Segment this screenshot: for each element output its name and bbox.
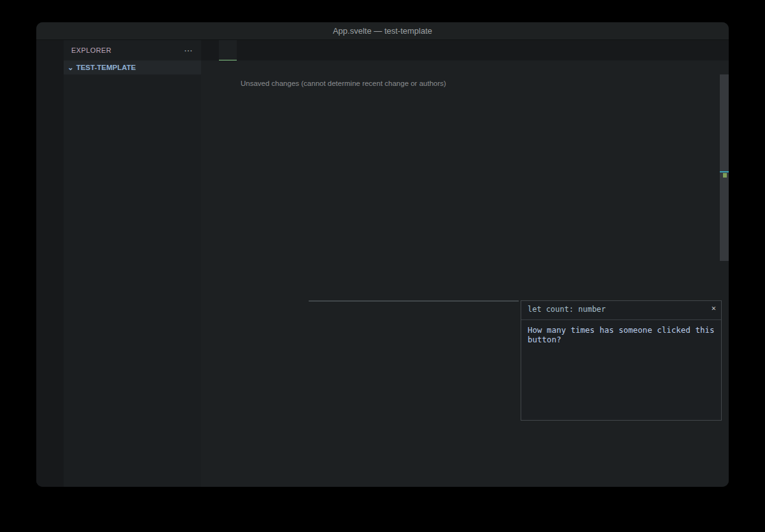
editor-actions	[711, 40, 729, 60]
minimize-button[interactable]	[55, 27, 63, 35]
ruler-modified-marker	[723, 173, 727, 178]
blame-annotation: Unsaved changes (cannot determine recent…	[201, 78, 729, 89]
overview-ruler[interactable]	[720, 74, 729, 487]
code-editor[interactable]: Unsaved changes (cannot determine recent…	[201, 74, 729, 487]
close-button[interactable]	[43, 27, 50, 35]
breadcrumb[interactable]	[201, 60, 729, 74]
project-section-header[interactable]: ⌄ TEST-TEMPLATE	[64, 60, 201, 74]
activity-bar	[36, 40, 64, 487]
ruler-cursor-marker	[720, 171, 729, 172]
tab-welcome[interactable]	[201, 40, 219, 60]
explorer-title: EXPLORER	[71, 46, 111, 54]
scrollbar-thumb[interactable]	[720, 74, 729, 261]
close-icon[interactable]: ✕	[712, 304, 716, 312]
tab-app-svelte[interactable]	[219, 40, 237, 60]
explorer-sidebar: EXPLORER ⋯ ⌄ TEST-TEMPLATE	[64, 40, 201, 487]
explorer-more-actions-icon[interactable]: ⋯	[184, 45, 193, 55]
window-controls	[43, 27, 76, 35]
window-title: App.svelte — test-template	[36, 26, 729, 36]
project-name: TEST-TEMPLATE	[76, 64, 136, 71]
editor-group: Unsaved changes (cannot determine recent…	[201, 40, 729, 487]
zoom-button[interactable]	[68, 27, 76, 35]
suggest-details-panel: let count: number ✕ How many times has s…	[521, 300, 722, 421]
suggest-doc: How many times has someone clicked this …	[528, 325, 715, 344]
tab-bar	[201, 40, 729, 60]
suggest-widget	[309, 300, 519, 302]
vscode-window: App.svelte — test-template EXPLORER ⋯ ⌄ …	[36, 22, 729, 487]
title-bar[interactable]: App.svelte — test-template	[36, 22, 729, 40]
chevron-down-icon: ⌄	[67, 63, 74, 72]
suggest-signature: let count: number	[528, 305, 715, 314]
